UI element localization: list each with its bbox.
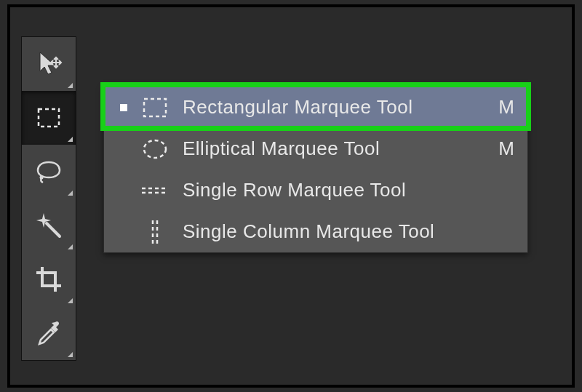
move-tool[interactable]: [22, 37, 76, 91]
eyedropper-icon: [33, 318, 64, 348]
rectangular-marquee-icon: [142, 96, 168, 119]
flyout-item-label: Single Column Marquee Tool: [183, 220, 474, 243]
marquee-tool-flyout: Rectangular Marquee Tool M Elliptical Ma…: [103, 86, 528, 253]
flyout-item-shortcut: M: [494, 137, 514, 160]
svg-rect-2: [39, 109, 59, 127]
flyout-indicator-icon: [68, 191, 73, 196]
single-column-marquee-icon: [150, 219, 160, 245]
flyout-item-label: Single Row Marquee Tool: [183, 179, 474, 201]
eyedropper-tool[interactable]: [22, 306, 76, 360]
app-frame: Rectangular Marquee Tool M Elliptical Ma…: [7, 4, 575, 388]
flyout-indicator-icon: [68, 83, 73, 88]
crop-tool[interactable]: [22, 252, 76, 306]
flyout-item-single-column-marquee[interactable]: Single Column Marquee Tool: [104, 211, 527, 252]
lasso-tool-icon: [33, 156, 64, 187]
single-row-marquee-icon: [140, 185, 170, 196]
svg-rect-6: [144, 99, 166, 116]
svg-point-3: [40, 176, 44, 180]
bullet-spacer: [120, 228, 127, 236]
rectangular-marquee-icon: [35, 104, 63, 132]
magic-wand-icon: [33, 210, 64, 241]
flyout-indicator-icon: [68, 244, 73, 249]
flyout-item-single-row-marquee[interactable]: Single Row Marquee Tool: [104, 169, 527, 211]
tools-panel: [21, 36, 76, 361]
flyout-item-shortcut: M: [494, 96, 514, 119]
lasso-tool[interactable]: [22, 145, 76, 199]
flyout-item-label: Rectangular Marquee Tool: [183, 96, 474, 119]
flyout-item-elliptical-marquee[interactable]: Elliptical Marquee Tool M: [104, 128, 527, 169]
flyout-indicator-icon: [68, 298, 73, 303]
flyout-indicator-icon: [68, 352, 73, 357]
crop-tool-icon: [33, 264, 64, 295]
rectangular-marquee-tool[interactable]: [22, 91, 76, 145]
flyout-item-rectangular-marquee[interactable]: Rectangular Marquee Tool M: [104, 87, 527, 128]
move-tool-icon: [34, 49, 63, 79]
magic-wand-tool[interactable]: [22, 199, 76, 252]
bullet-spacer: [120, 145, 127, 153]
flyout-indicator-icon: [68, 137, 73, 142]
svg-point-7: [144, 140, 166, 158]
elliptical-marquee-icon: [142, 137, 168, 161]
svg-line-5: [47, 223, 60, 236]
flyout-item-label: Elliptical Marquee Tool: [183, 137, 474, 160]
bullet-spacer: [120, 187, 127, 194]
active-bullet-icon: [120, 104, 127, 111]
